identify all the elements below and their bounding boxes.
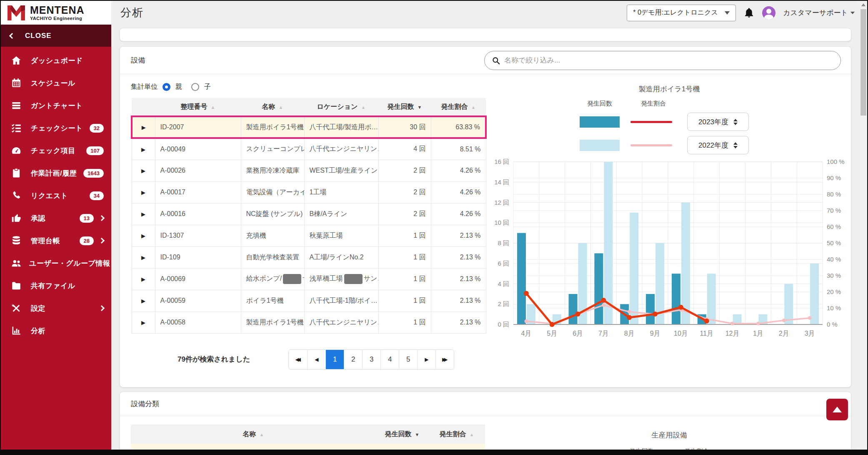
last-page-button[interactable]: ▶▶: [435, 350, 454, 369]
sidebar-item-checklist[interactable]: チェックシート32: [1, 117, 111, 139]
expand-row-icon[interactable]: ▶: [141, 233, 145, 239]
equipment-table-row[interactable]: ▶A-00069給水ポンプ/サン…浅草橋工場サン…1 回2.13 %: [132, 268, 486, 290]
cell-location: 1工場: [304, 181, 378, 203]
equipment-col-1[interactable]: 名称▲: [241, 98, 304, 116]
equipment-table-row[interactable]: ▶ID-109自動光学検査装置A工場/ラインNo.21 回2.13 %: [132, 246, 486, 268]
category-col-count[interactable]: 発生回数▼: [376, 425, 428, 444]
equipment-table-row[interactable]: ▶ID-2007製造用ボイラ1号機八千代工場/製造用ボ…30 回63.83 %: [132, 116, 486, 138]
sidebar-item-home[interactable]: ダッシュボード: [1, 49, 111, 72]
svg-text:8月: 8月: [624, 330, 635, 337]
sidebar: MENTENA YACHIYO Engineering CLOSE ダッシュボー…: [1, 1, 111, 450]
expand-row-icon[interactable]: ▶: [141, 298, 145, 304]
sidebar-item-label: ユーザー・グループ情報: [29, 259, 110, 268]
year-select-2022[interactable]: 2022年度: [687, 136, 749, 154]
count-badge: 32: [90, 124, 104, 133]
category-table: 名称▲ 発生回数▼ 発生割合▲: [131, 425, 485, 455]
next-page-button[interactable]: ▶: [417, 350, 435, 369]
year-select-2023[interactable]: 2023年度: [687, 113, 749, 131]
cell-location: 八千代エンジニヤリン…: [304, 312, 378, 333]
expand-row-icon[interactable]: ▶: [141, 146, 145, 153]
equipment-col-2[interactable]: ロケーション▲: [304, 98, 378, 116]
tenant-select[interactable]: * 0デモ用:エレクトロニクス: [627, 5, 736, 21]
search-input[interactable]: [504, 56, 833, 65]
occurrence-combo-chart: 0 回2 回4 回6 回8 回10 回12 回14 回16 回0 %10 %20…: [487, 157, 852, 345]
scroll-up-arrow[interactable]: [860, 1, 867, 8]
page-button-1[interactable]: 1: [325, 350, 344, 369]
sidebar-item-phone[interactable]: リクエスト34: [1, 184, 111, 207]
page-scrollbar[interactable]: [860, 1, 867, 450]
expand-row-icon[interactable]: ▶: [141, 189, 145, 196]
expand-row-icon[interactable]: ▶: [141, 254, 145, 261]
svg-text:0 %: 0 %: [827, 321, 838, 328]
radio-child[interactable]: [191, 83, 199, 91]
cell-name: 製造用ボイラ1号機: [241, 116, 304, 138]
equipment-table-pane: 集計単位 親 子 整理番号▲名称▲ロケーション▲発生回数▼発生割合▲ ▶ID-2…: [120, 74, 487, 387]
sidebar-item-chart[interactable]: 分析: [1, 319, 111, 342]
svg-text:14 回: 14 回: [494, 178, 509, 186]
cell-location: WEST工場/生産ライン: [304, 160, 378, 181]
equipment-table-row[interactable]: ▶A-00017電気設備（アーカイブ）1工場2 回4.26 %: [132, 181, 486, 203]
line-swatch-2022: [630, 144, 672, 146]
notifications-button[interactable]: [743, 7, 755, 18]
first-page-button[interactable]: ◀◀: [289, 350, 307, 369]
app-logo[interactable]: MENTENA YACHIYO Engineering: [1, 1, 111, 25]
svg-text:80 %: 80 %: [827, 191, 841, 198]
page-button-4[interactable]: 4: [380, 350, 399, 369]
user-avatar[interactable]: [762, 6, 775, 20]
equipment-table-row[interactable]: ▶A-00049スクリューコンプレッ…八千代エンジニヤリン…4 回8.51 %: [132, 138, 486, 160]
sidebar-item-folder[interactable]: 共有ファイル: [1, 274, 111, 297]
cell-id: A-00016: [155, 203, 241, 225]
sidebar-item-database[interactable]: 管理台帳28: [1, 229, 111, 252]
expand-row-icon[interactable]: ▶: [141, 211, 145, 217]
scrollbar-thumb[interactable]: [860, 9, 866, 116]
category-col-name[interactable]: 名称▲: [131, 425, 376, 444]
sidebar-item-tools[interactable]: 設定: [1, 297, 111, 319]
sidebar-item-gantt[interactable]: ガントチャート: [1, 94, 111, 117]
expand-row-icon[interactable]: ▶: [141, 319, 145, 326]
cell-name: 自動光学検査装置: [241, 246, 304, 268]
expand-row-icon[interactable]: ▶: [141, 276, 145, 282]
cell-location: 八千代工場/製造用ボ…: [304, 116, 378, 138]
svg-text:4月: 4月: [521, 330, 531, 337]
svg-text:60 %: 60 %: [827, 223, 841, 230]
category-table-row[interactable]: 生産用設備 36 回 76.60 %: [131, 444, 485, 455]
sidebar-collapse-button[interactable]: CLOSE: [1, 25, 111, 47]
sidebar-item-thumbs-up[interactable]: 承認13: [1, 207, 111, 229]
page-button-2[interactable]: 2: [344, 350, 362, 369]
equipment-table-row[interactable]: ▶ID-1307充填機秋葉原工場1 回2.13 %: [132, 225, 486, 246]
cell-count: 30 回: [378, 116, 431, 138]
page-button-5[interactable]: 5: [399, 350, 417, 369]
app-window: MENTENA YACHIYO Engineering CLOSE ダッシュボー…: [0, 0, 868, 455]
equipment-col-0[interactable]: 整理番号▲: [155, 98, 241, 116]
equipment-table-row[interactable]: ▶A-00026業務用冷凍冷蔵庫WEST工場/生産ライン2 回4.26 %: [132, 160, 486, 181]
radio-parent[interactable]: [163, 83, 170, 91]
radio-child-label[interactable]: 子: [204, 83, 211, 91]
count-badge: 1643: [83, 169, 104, 178]
sidebar-item-label: ダッシュボード: [31, 56, 83, 65]
equipment-table-row[interactable]: ▶A-00059ボイラ1号機八千代工場-1階/ボイ…1 回2.13 %: [132, 290, 486, 312]
back-to-top-button[interactable]: [826, 399, 848, 420]
category-col-ratio[interactable]: 発生割合▲: [428, 425, 485, 444]
sidebar-item-users[interactable]: ユーザー・グループ情報: [1, 252, 111, 274]
expand-row-icon[interactable]: ▶: [141, 168, 145, 174]
page-button-3[interactable]: 3: [362, 350, 380, 369]
equipment-table-row[interactable]: ▶A-00016NC旋盤 (サンプル)B棟/Aライン2 回4.26 %: [132, 203, 486, 225]
sort-asc-icon: ▲: [279, 105, 283, 110]
cell-name: 給水ポンプ/サン…: [241, 268, 304, 290]
equipment-col-4[interactable]: 発生割合▲: [431, 98, 486, 116]
user-menu[interactable]: カスタマーサポート: [783, 8, 855, 18]
svg-text:1月: 1月: [753, 330, 763, 337]
expand-row-icon[interactable]: ▶: [142, 124, 146, 131]
svg-text:3月: 3月: [805, 330, 815, 337]
prev-page-button[interactable]: ◀: [307, 350, 325, 369]
sidebar-item-clipboard[interactable]: 作業計画/履歴1643: [1, 162, 111, 184]
sidebar-item-gauge[interactable]: チェック項目107: [1, 139, 111, 162]
equipment-table-row[interactable]: ▶A-00058製造用ボイラ1号機八千代エンジニヤリン…1 回2.13 %: [132, 312, 486, 333]
sidebar-item-calendar[interactable]: スケジュール: [1, 72, 111, 94]
bar-swatch-2023: [580, 116, 620, 128]
equipment-col-3[interactable]: 発生回数▼: [378, 98, 431, 116]
chevron-left-icon: [9, 33, 15, 38]
svg-text:30 %: 30 %: [827, 272, 841, 279]
user-name-label: カスタマーサポート: [783, 8, 848, 18]
radio-parent-label[interactable]: 親: [175, 83, 182, 91]
